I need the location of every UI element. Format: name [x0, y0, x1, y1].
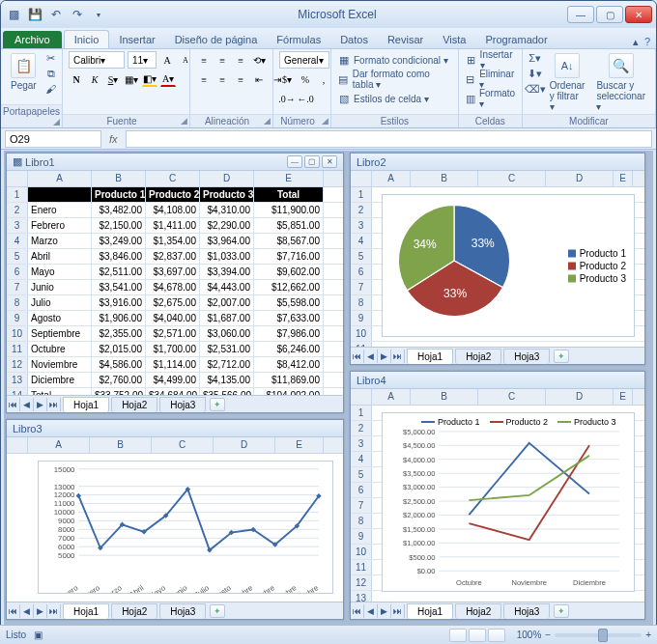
clear-icon[interactable]: ⌫▾ — [528, 82, 542, 96]
spreadsheet-grid[interactable]: ABCDE1Producto 1Producto 2Producto 3Tota… — [7, 171, 343, 395]
orientation-icon[interactable]: ⟲▾ — [251, 52, 267, 68]
macro-record-icon[interactable]: ▣ — [34, 630, 43, 640]
dialog-launcher-icon[interactable]: ◢ — [181, 116, 187, 126]
tab-formulas[interactable]: Fórmulas — [267, 31, 330, 48]
tab-diseno[interactable]: Diseño de página — [165, 31, 268, 48]
percent-icon[interactable]: % — [298, 71, 313, 87]
new-sheet-button[interactable]: ✦ — [210, 398, 225, 411]
zoom-out-button[interactable]: − — [545, 630, 551, 640]
child-maximize-button[interactable]: ▢ — [304, 155, 320, 168]
sheet-tab[interactable]: Hoja2 — [111, 397, 157, 412]
dialog-launcher-icon[interactable]: ◢ — [322, 116, 328, 126]
minimize-button[interactable]: — — [567, 6, 594, 23]
font-color-icon[interactable]: A▾ — [160, 71, 176, 87]
font-name-select[interactable]: Calibri ▾ — [69, 51, 125, 69]
sheet-nav[interactable]: ⏮◀▶⏭ — [7, 398, 61, 411]
new-sheet-button[interactable]: ✦ — [554, 350, 569, 363]
name-box[interactable]: O29 — [5, 130, 101, 148]
minimize-ribbon-icon[interactable]: ▴ — [633, 36, 639, 48]
tab-inicio[interactable]: Inicio — [64, 30, 110, 48]
qat-more-icon[interactable]: ▾ — [90, 6, 107, 23]
new-sheet-button[interactable]: ✦ — [210, 604, 225, 618]
sheet-tab[interactable]: Hoja2 — [455, 603, 501, 619]
dialog-launcher-icon[interactable]: ◢ — [53, 117, 60, 126]
format-painter-icon[interactable]: 🖌 — [44, 82, 58, 96]
decrease-decimal-icon[interactable]: ←.0 — [298, 91, 313, 106]
file-tab[interactable]: Archivo — [3, 31, 62, 48]
align-left-icon[interactable]: ≡ — [196, 71, 212, 87]
spreadsheet-grid[interactable]: A B C D E 12345678910111213141516 Produc… — [351, 389, 644, 602]
pie-chart[interactable]: 33%33%34% Producto 1Producto 2Producto 3 — [382, 194, 635, 337]
align-middle-icon[interactable]: ≡ — [214, 52, 230, 68]
sheet-tab[interactable]: Hoja1 — [63, 603, 109, 619]
align-bottom-icon[interactable]: ≡ — [233, 52, 248, 68]
tab-programador[interactable]: Programador — [475, 31, 557, 48]
border-icon[interactable]: ▦▾ — [124, 71, 139, 87]
sheet-tab[interactable]: Hoja3 — [159, 603, 206, 619]
close-button[interactable]: ✕ — [625, 6, 652, 23]
sheet-tab[interactable]: Hoja1 — [407, 603, 453, 619]
dialog-launcher-icon[interactable]: ◢ — [264, 116, 271, 126]
sheet-tab[interactable]: Hoja2 — [455, 349, 501, 364]
insert-cells-button[interactable]: ⊞Insertar ▾ — [465, 51, 517, 69]
increase-decimal-icon[interactable]: .0→ — [279, 91, 295, 106]
sheet-tab[interactable]: Hoja3 — [503, 603, 550, 619]
underline-button[interactable]: S▾ — [105, 71, 121, 87]
align-right-icon[interactable]: ≡ — [233, 71, 248, 87]
currency-icon[interactable]: $▾ — [279, 71, 295, 87]
sheet-tab[interactable]: Hoja1 — [407, 349, 453, 364]
spreadsheet-grid[interactable]: A B C D E 500060007000800090001000011000… — [7, 437, 343, 602]
formula-input[interactable] — [126, 130, 652, 148]
line-chart[interactable]: 5000600070008000900010000110001200013000… — [38, 461, 333, 594]
bold-button[interactable]: N — [69, 71, 84, 87]
fx-icon[interactable]: fx — [105, 133, 122, 145]
sheet-nav[interactable]: ⏮◀▶⏭ — [351, 350, 405, 363]
zoom-level[interactable]: 100% — [517, 630, 542, 640]
cell-styles-button[interactable]: ▧Estilos de celda ▾ — [337, 90, 452, 107]
view-buttons[interactable] — [449, 629, 505, 642]
tab-insertar[interactable]: Insertar — [109, 31, 164, 48]
fill-color-icon[interactable]: ◧▾ — [142, 71, 157, 87]
delete-cells-button[interactable]: ⊟Eliminar ▾ — [465, 70, 517, 88]
font-size-select[interactable]: 11 ▾ — [128, 51, 157, 69]
tab-datos[interactable]: Datos — [330, 31, 378, 48]
child-minimize-button[interactable]: — — [287, 155, 302, 168]
format-cells-button[interactable]: ▥Formato ▾ — [465, 90, 517, 107]
undo-icon[interactable]: ↶ — [47, 6, 65, 23]
status-text: Listo — [6, 630, 26, 640]
spreadsheet-grid[interactable]: A B C D E 1234567891011 33%33%34% Produc… — [351, 171, 644, 347]
sheet-tab[interactable]: Hoja3 — [159, 397, 206, 412]
italic-button[interactable]: K — [87, 71, 102, 87]
increase-font-icon[interactable]: A — [159, 52, 175, 68]
child-close-button[interactable]: ✕ — [322, 155, 337, 168]
redo-icon[interactable]: ↷ — [69, 6, 86, 23]
number-format-select[interactable]: General ▾ — [279, 51, 329, 69]
sort-filter-button[interactable]: A↓ Ordenar y filtrar ▾ — [546, 51, 589, 114]
new-sheet-button[interactable]: ✦ — [554, 604, 569, 618]
maximize-button[interactable]: ▢ — [596, 6, 623, 23]
comma-icon[interactable]: , — [316, 71, 331, 87]
copy-icon[interactable]: ⧉ — [44, 67, 58, 80]
format-as-table-button[interactable]: ▤Dar formato como tabla ▾ — [337, 70, 452, 88]
sheet-nav[interactable]: ⏮◀▶⏭ — [7, 604, 61, 618]
tab-revisar[interactable]: Revisar — [378, 31, 433, 48]
autosum-icon[interactable]: Σ▾ — [528, 51, 542, 65]
conditional-format-button[interactable]: ▦Formato condicional ▾ — [337, 51, 452, 69]
cut-icon[interactable]: ✂ — [44, 51, 58, 65]
paste-button[interactable]: 📋 Pegar — [7, 51, 41, 93]
sheet-tab[interactable]: Hoja1 — [63, 397, 109, 412]
align-top-icon[interactable]: ≡ — [196, 52, 212, 68]
sheet-tab[interactable]: Hoja3 — [503, 349, 550, 364]
zoom-slider[interactable] — [555, 633, 642, 637]
indent-dec-icon[interactable]: ⇤ — [251, 71, 267, 87]
save-icon[interactable]: 💾 — [26, 6, 43, 23]
zoom-in-button[interactable]: + — [645, 630, 651, 640]
fill-icon[interactable]: ⬇▾ — [528, 67, 542, 80]
align-center-icon[interactable]: ≡ — [214, 71, 230, 87]
help-icon[interactable]: ? — [644, 36, 650, 48]
sheet-nav[interactable]: ⏮◀▶⏭ — [351, 604, 405, 618]
sheet-tab[interactable]: Hoja2 — [111, 603, 157, 619]
multi-line-chart[interactable]: Producto 1Producto 2Producto 3 $0.00$500… — [382, 412, 635, 592]
tab-vista[interactable]: Vista — [433, 31, 475, 48]
find-select-button[interactable]: 🔍 Buscar y seleccionar ▾ — [592, 51, 649, 114]
